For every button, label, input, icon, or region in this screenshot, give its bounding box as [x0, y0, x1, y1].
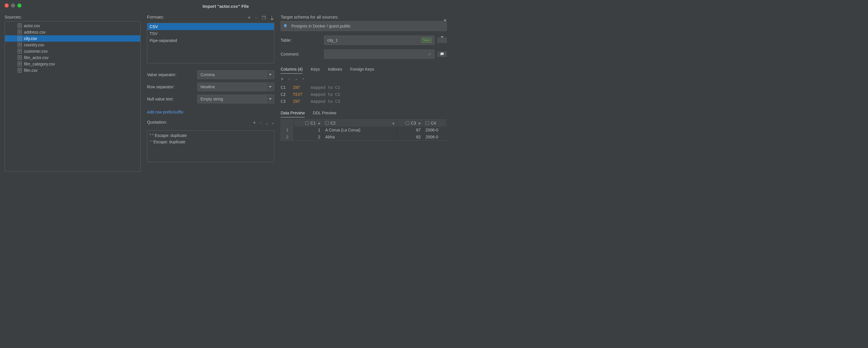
move-down-button — [271, 121, 274, 125]
source-item[interactable]: country.csv — [5, 42, 140, 48]
source-item[interactable]: address.csv — [5, 29, 140, 35]
formats-toolbar — [248, 15, 274, 21]
file-icon — [18, 55, 22, 60]
file-icon — [18, 30, 22, 34]
comment-button[interactable] — [437, 52, 447, 57]
source-name: film_actor.csv — [24, 55, 49, 60]
tab-keys[interactable]: Keys — [311, 65, 320, 74]
file-icon — [18, 68, 22, 73]
table-label: Table: — [281, 38, 321, 42]
cell-c2: Abha — [323, 134, 397, 140]
minimize-window-button[interactable] — [11, 3, 15, 7]
save-format-button — [270, 16, 274, 20]
comment-icon — [440, 52, 444, 56]
table-dropdown-button[interactable] — [437, 38, 447, 43]
value-separator-select[interactable]: Comma — [197, 70, 274, 79]
tab-ddl-preview[interactable]: DDL Preview — [313, 109, 336, 118]
add-column-button[interactable] — [281, 76, 284, 82]
expand-icon[interactable] — [428, 52, 431, 56]
maximize-window-button[interactable] — [18, 3, 22, 7]
formats-panel: Formats: CSVTSVPipe-separated Value sepa… — [147, 14, 274, 176]
cell-c4: 2006-0 — [423, 134, 446, 140]
source-item[interactable]: film.csv — [5, 67, 140, 74]
column-header-c3[interactable]: C3◆ — [397, 120, 423, 126]
mapping-text: mapped to C1 — [311, 85, 340, 90]
row-number-cell: 2 — [281, 134, 294, 140]
sources-list[interactable]: actor.csvaddress.csvcity.csvcountry.csvc… — [5, 21, 141, 172]
target-schema-value: Postgres in Docker / guest.public — [290, 22, 443, 31]
source-item[interactable]: city.csv — [5, 35, 140, 42]
row-separator-select[interactable]: Newline — [197, 83, 274, 91]
tab-data-preview[interactable]: Data Preview — [281, 109, 305, 118]
mapping-col: C2 — [281, 92, 289, 97]
cell-c2: A Corua (La Corua) — [323, 126, 397, 134]
null-text-label: Null value text: — [147, 97, 193, 101]
formats-list[interactable]: CSVTSVPipe-separated — [147, 23, 274, 63]
mapping-type: INT — [293, 99, 307, 104]
mapping-type: INT — [293, 85, 307, 90]
cell-c1: 2 — [294, 134, 323, 140]
file-icon — [18, 36, 22, 41]
source-name: country.csv — [24, 42, 44, 47]
table-row[interactable]: 11A Corua (La Corua)872006-0 — [281, 126, 446, 134]
copy-format-button[interactable] — [262, 16, 266, 21]
source-name: actor.csv — [24, 24, 40, 28]
grid-header: C1◆ C2◆ C3◆ C4 — [281, 120, 446, 126]
remove-format-button[interactable] — [255, 15, 258, 21]
quotation-item[interactable]: " " Escape: duplicate — [149, 132, 272, 139]
format-item[interactable]: CSV — [147, 23, 274, 30]
quotation-label: Quotation: — [147, 120, 167, 124]
null-text-select[interactable]: Empty string — [197, 95, 274, 104]
table-name-input[interactable]: city_1 New — [324, 36, 435, 45]
quotation-list[interactable]: " " Escape: duplicate' ' Escape: duplica… — [147, 130, 274, 162]
file-icon — [18, 62, 22, 66]
mapping-text: mapped to C3 — [311, 99, 340, 104]
source-item[interactable]: film_actor.csv — [5, 54, 140, 61]
column-icon — [305, 121, 309, 125]
source-name: city.csv — [24, 36, 37, 41]
quotation-item[interactable]: ' ' Escape: duplicate — [149, 139, 272, 145]
sources-panel: Sources: actor.csvaddress.csvcity.csvcou… — [5, 14, 141, 176]
remove-column-button — [288, 76, 291, 82]
remove-quotation-button — [259, 120, 262, 126]
mapping-row[interactable]: C1INTmapped to C1 — [281, 85, 447, 90]
add-format-button[interactable] — [248, 15, 251, 21]
cell-c1: 1 — [294, 126, 323, 134]
formats-label: Formats: — [147, 14, 164, 20]
add-row-prefix-suffix-link[interactable]: Add row prefix/suffix — [147, 110, 274, 114]
add-quotation-button[interactable] — [253, 120, 256, 126]
tab-columns-[interactable]: Columns (4) — [281, 65, 303, 74]
source-item[interactable]: actor.csv — [5, 23, 140, 29]
column-icon — [406, 121, 409, 125]
file-icon — [18, 49, 22, 54]
cell-c4: 2006-0 — [423, 126, 446, 134]
sources-label: Sources: — [5, 14, 141, 20]
cell-c3: 87 — [397, 126, 423, 134]
comment-input[interactable] — [324, 50, 435, 59]
column-header-c1[interactable]: C1◆ — [294, 120, 323, 126]
column-header-c4[interactable]: C4 — [423, 120, 446, 126]
row-separator-label: Row separator: — [147, 85, 193, 89]
value-separator-value: Comma — [197, 70, 266, 79]
chevron-down-icon — [441, 38, 443, 42]
column-header-c2[interactable]: C2◆ — [323, 120, 397, 126]
mapping-row[interactable]: C2TEXTmapped to C2 — [281, 92, 447, 97]
preview-tabs: Data PreviewDDL Preview — [281, 109, 447, 118]
mapping-row[interactable]: C3INTmapped to C3 — [281, 99, 447, 104]
postgres-icon — [281, 22, 290, 31]
target-panel: Target schema for all sources: Postgres … — [281, 14, 447, 176]
close-window-button[interactable] — [5, 3, 9, 7]
format-item[interactable]: TSV — [147, 30, 274, 37]
target-schema-select[interactable]: Postgres in Docker / guest.public — [281, 21, 447, 31]
chevron-down-icon — [266, 83, 274, 91]
source-item[interactable]: customer.csv — [5, 48, 140, 54]
tab-indexes[interactable]: Indexes — [328, 65, 342, 74]
column-toolbar — [281, 76, 447, 82]
source-name: film.csv — [24, 68, 38, 73]
chevron-down-icon — [266, 95, 274, 103]
source-item[interactable]: film_category.csv — [5, 61, 140, 67]
tab-foreign-keys[interactable]: Foreign Keys — [350, 65, 374, 74]
table-row[interactable]: 22Abha822006-0 — [281, 134, 446, 140]
format-item[interactable]: Pipe-separated — [147, 37, 274, 44]
main-layout: Sources: actor.csvaddress.csvcity.csvcou… — [0, 12, 452, 181]
